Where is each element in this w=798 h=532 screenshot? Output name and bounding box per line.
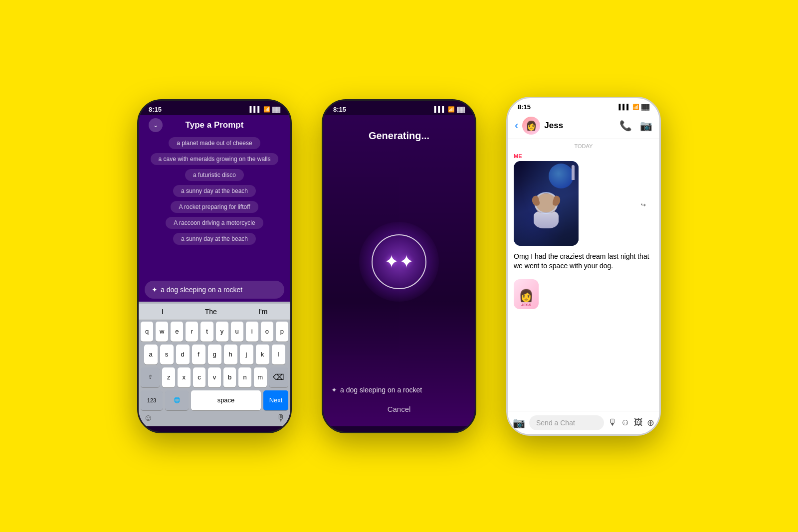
- plus-input-icon[interactable]: ⊕: [647, 417, 654, 428]
- key-h[interactable]: h: [224, 345, 237, 364]
- keyboard: I The I'm q w e r t y u i o p a s d f: [139, 302, 290, 426]
- key-p[interactable]: p: [276, 322, 288, 342]
- contact-avatar: 👩: [522, 117, 540, 135]
- phone3: 8:15 ▌▌▌ 📶 ▓▓ ‹ 👩 Jess 📞 📷 TODAY ME: [506, 97, 661, 436]
- key-space[interactable]: space: [191, 390, 261, 410]
- key-v[interactable]: v: [208, 367, 221, 387]
- key-y[interactable]: y: [216, 322, 228, 342]
- phone1-time: 8:15: [149, 106, 162, 113]
- chat-input-bar: 📷 Send a Chat 🎙 ☺ 🖼 ⊕: [508, 411, 659, 434]
- phone2-prompt-text: a dog sleeping on a rocket: [340, 386, 422, 394]
- video-icon[interactable]: 📷: [640, 120, 652, 132]
- keyboard-row1: q w e r t y u i o p: [139, 320, 290, 343]
- phone1-screen: ⌄ Type a Prompt a planet made out of che…: [139, 115, 290, 426]
- ai-image-bubble[interactable]: [514, 161, 579, 246]
- key-d[interactable]: d: [176, 345, 190, 364]
- chat-messages: TODAY ME ↪: [508, 139, 659, 411]
- suggestion-item[interactable]: a cave with emeralds growing on the wall…: [151, 153, 279, 165]
- key-f[interactable]: f: [192, 345, 205, 364]
- emoji-icon[interactable]: ☺: [144, 413, 153, 423]
- sticker-input-icon[interactable]: 🖼: [634, 417, 643, 428]
- battery-icon: ▓▓: [457, 106, 465, 112]
- suggestion-item[interactable]: A raccoon driving a motorcycle: [166, 217, 263, 229]
- phone3-time: 8:15: [518, 103, 531, 111]
- camera-icon[interactable]: 📷: [513, 417, 525, 429]
- key-i[interactable]: i: [246, 322, 258, 342]
- key-k[interactable]: k: [256, 345, 269, 364]
- key-b[interactable]: b: [223, 367, 236, 387]
- key-c[interactable]: c: [193, 367, 206, 387]
- avatar-emoji: 👩: [526, 120, 537, 131]
- keyboard-suggest-2[interactable]: The: [200, 307, 222, 317]
- key-x[interactable]: x: [178, 367, 191, 387]
- chat-date-label: TODAY: [514, 143, 653, 149]
- key-delete[interactable]: ⌫: [269, 367, 288, 387]
- next-button[interactable]: Next: [263, 390, 288, 410]
- key-o[interactable]: o: [261, 322, 273, 342]
- key-m[interactable]: m: [254, 367, 267, 387]
- spark-icon: ✦: [152, 286, 158, 294]
- chat-message: Omg I had the craziest dream last night …: [514, 252, 649, 270]
- key-u[interactable]: u: [231, 322, 243, 342]
- suggestion-item[interactable]: A rocket preparing for liftoff: [171, 201, 258, 213]
- key-numbers[interactable]: 123: [141, 390, 163, 410]
- keyboard-suggest-3[interactable]: I'm: [253, 307, 272, 317]
- wifi-icon: 📶: [632, 104, 639, 110]
- back-button[interactable]: ‹: [515, 119, 518, 132]
- key-a[interactable]: a: [144, 345, 158, 364]
- key-r[interactable]: r: [186, 322, 198, 342]
- key-n[interactable]: n: [238, 367, 251, 387]
- prompt-input-text[interactable]: a dog sleeping on a rocket: [161, 286, 277, 294]
- phone-icon[interactable]: 📞: [619, 120, 632, 132]
- key-z[interactable]: z: [162, 367, 175, 387]
- key-shift[interactable]: ⇧: [141, 367, 160, 387]
- suggestion-item[interactable]: a sunny day at the beach: [173, 233, 256, 245]
- keyboard-accessory-bar: ☺ 🎙: [139, 412, 290, 423]
- prompt-header: ⌄ Type a Prompt: [139, 115, 290, 133]
- phone2-screen: Generating... ✦✦ ✦ a dog sleeping on a r…: [323, 115, 475, 426]
- prompt-input-area[interactable]: ✦ a dog sleeping on a rocket: [145, 281, 284, 299]
- key-w[interactable]: w: [156, 322, 168, 342]
- keyboard-suggestions-bar: I The I'm: [139, 304, 290, 320]
- phone2-spark-icon: ✦: [331, 386, 337, 394]
- keyboard-bottom-row: 123 🌐 space Next: [139, 389, 290, 412]
- prompt-title: Type a Prompt: [186, 120, 244, 130]
- microphone-icon[interactable]: 🎙: [276, 413, 285, 423]
- phone3-statusbar: 8:15 ▌▌▌ 📶 ▓▓: [508, 98, 659, 113]
- cancel-button[interactable]: Cancel: [383, 400, 416, 418]
- phone2-prompt-area: ✦ a dog sleeping on a rocket: [323, 382, 475, 400]
- emoji-input-icon[interactable]: ☺: [621, 417, 630, 428]
- key-emoji[interactable]: 🌐: [165, 390, 189, 410]
- collapse-button[interactable]: ⌄: [149, 118, 163, 132]
- jess-avatar-area: 👩 JESS: [514, 279, 653, 309]
- signal-icon: ▌▌▌: [434, 106, 446, 112]
- keyboard-row3: ⇧ z x c v b n m ⌫: [139, 366, 290, 389]
- suggestion-item[interactable]: a planet made out of cheese: [169, 137, 260, 149]
- ai-image: [514, 161, 579, 246]
- share-button[interactable]: ↪: [636, 198, 650, 212]
- chat-input[interactable]: Send a Chat: [529, 415, 604, 430]
- jess-avatar-bubble[interactable]: 👩 JESS: [514, 279, 539, 309]
- key-t[interactable]: t: [200, 322, 213, 342]
- wifi-icon: 📶: [263, 106, 270, 113]
- key-l[interactable]: l: [272, 345, 285, 364]
- suggestions-list: a planet made out of cheese a cave with …: [139, 133, 290, 279]
- phone2: 8:15 ▌▌▌ 📶 ▓▓ Generating... ✦✦ ✦ a dog s…: [322, 99, 476, 433]
- suggestion-item[interactable]: a sunny day at the beach: [173, 185, 256, 197]
- jess-label: JESS: [521, 303, 531, 307]
- key-g[interactable]: g: [208, 345, 221, 364]
- key-q[interactable]: q: [141, 322, 153, 342]
- phone1-statusbar: 8:15 ▌▌▌ 📶 ▓▓: [139, 101, 290, 115]
- keyboard-row2: a s d f g h j k l: [139, 343, 290, 366]
- phone2-status-icons: ▌▌▌ 📶 ▓▓: [434, 106, 465, 113]
- key-s[interactable]: s: [160, 345, 174, 364]
- chat-header: ‹ 👩 Jess 📞 📷: [508, 113, 659, 139]
- key-j[interactable]: j: [240, 345, 253, 364]
- sender-label: ME: [514, 153, 653, 159]
- mic-input-icon[interactable]: 🎙: [608, 417, 617, 428]
- dog-head: [535, 193, 557, 213]
- keyboard-suggest-1[interactable]: I: [157, 307, 169, 317]
- suggestion-item[interactable]: a futuristic disco: [185, 169, 244, 181]
- key-e[interactable]: e: [171, 322, 183, 342]
- phone2-time: 8:15: [333, 106, 346, 113]
